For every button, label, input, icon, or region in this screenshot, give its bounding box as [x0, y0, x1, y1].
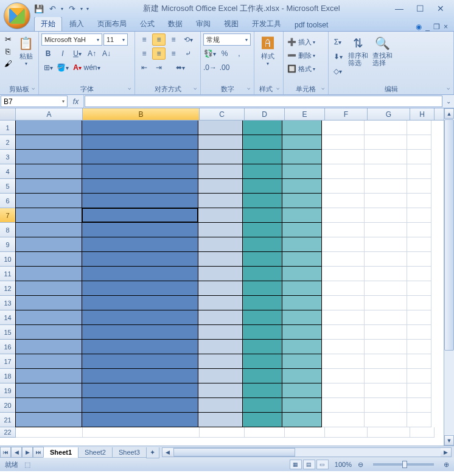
increase-decimal-button[interactable]: .0→: [203, 61, 217, 74]
cell-A20[interactable]: [15, 397, 82, 413]
comma-button[interactable]: ,: [232, 47, 246, 60]
cell-D14[interactable]: [242, 310, 282, 325]
cell-D5[interactable]: [242, 178, 282, 194]
cell-E19[interactable]: [282, 383, 322, 398]
phonetic-button[interactable]: wén▾: [85, 61, 99, 74]
cells-insert-button[interactable]: ➕插入▾: [286, 36, 326, 48]
cell-F19[interactable]: [322, 383, 365, 398]
cells-delete-button[interactable]: ➖删除▾: [286, 49, 326, 61]
cell-F21[interactable]: [322, 413, 365, 427]
align-right-button[interactable]: ≡: [167, 47, 180, 60]
cell-F10[interactable]: [322, 252, 365, 267]
font-color-button[interactable]: A▾: [71, 61, 84, 74]
cell-G16[interactable]: [365, 340, 407, 354]
cell-F2[interactable]: [322, 135, 365, 150]
row-header-22[interactable]: 22: [0, 427, 16, 438]
cell-H21[interactable]: [407, 413, 431, 427]
cell-H17[interactable]: [407, 354, 431, 369]
cell-D11[interactable]: [242, 266, 282, 281]
cell-H2[interactable]: [407, 135, 431, 150]
cell-B19[interactable]: [82, 383, 198, 398]
row-header-9[interactable]: 9: [0, 237, 16, 252]
cell-F13[interactable]: [322, 296, 365, 310]
cell-A13[interactable]: [15, 295, 82, 310]
cell-G21[interactable]: [365, 413, 407, 427]
cell-A17[interactable]: [15, 354, 82, 369]
cell-C8[interactable]: [198, 222, 243, 237]
paste-button[interactable]: 📋 粘贴 ▾: [16, 33, 36, 85]
cell-H8[interactable]: [407, 223, 431, 237]
cell-E7[interactable]: [282, 208, 322, 223]
cell-C18[interactable]: [198, 368, 243, 383]
cell-D3[interactable]: [242, 149, 282, 164]
cell-G9[interactable]: [365, 237, 407, 252]
row-header-17[interactable]: 17: [0, 354, 16, 369]
cell-F15[interactable]: [322, 325, 365, 340]
view-layout-button[interactable]: ▤: [303, 460, 315, 469]
scroll-up-button[interactable]: ▲: [444, 108, 454, 119]
zoom-out-button[interactable]: ⊖: [358, 461, 363, 469]
fx-button[interactable]: fx: [68, 95, 84, 108]
row-header-1[interactable]: 1: [0, 121, 16, 135]
cell-H6[interactable]: [407, 194, 431, 208]
cell-G14[interactable]: [365, 310, 407, 325]
tab-insert[interactable]: 插入: [63, 17, 90, 31]
cell-A12[interactable]: [15, 281, 82, 296]
cell-E20[interactable]: [282, 397, 322, 413]
sheet-nav-next[interactable]: ▶: [22, 447, 33, 458]
row-header-3[interactable]: 3: [0, 150, 16, 164]
cell-F4[interactable]: [322, 164, 365, 179]
cell-B13[interactable]: [82, 295, 198, 310]
cell-H3[interactable]: [407, 150, 431, 164]
row-header-13[interactable]: 13: [0, 296, 16, 310]
cell-C17[interactable]: [198, 354, 243, 369]
sheet-tab-3[interactable]: Sheet3: [112, 447, 147, 458]
cell-E2[interactable]: [282, 135, 322, 150]
tab-formulas[interactable]: 公式: [134, 17, 161, 31]
align-bottom-button[interactable]: ≡: [167, 33, 180, 46]
cell-B8[interactable]: [82, 222, 198, 237]
cell-C1[interactable]: [198, 121, 243, 135]
cell-C2[interactable]: [198, 135, 243, 150]
row-header-11[interactable]: 11: [0, 267, 16, 281]
cell-A15[interactable]: [15, 324, 82, 340]
cell-C12[interactable]: [198, 281, 243, 296]
cell-C11[interactable]: [198, 266, 243, 281]
cell-C5[interactable]: [198, 178, 243, 194]
cell-A8[interactable]: [15, 222, 82, 237]
cell-B11[interactable]: [82, 266, 198, 281]
cell-A5[interactable]: [15, 178, 82, 194]
align-middle-button[interactable]: ≡: [152, 33, 166, 46]
cell-D21[interactable]: [242, 412, 282, 427]
align-center-button[interactable]: ≡: [152, 47, 166, 60]
cell-A11[interactable]: [15, 266, 82, 281]
tab-data[interactable]: 数据: [162, 17, 189, 31]
align-left-button[interactable]: ≡: [138, 47, 151, 60]
col-header-A[interactable]: A: [16, 108, 83, 120]
cell-B1[interactable]: [82, 121, 198, 135]
cell-F1[interactable]: [322, 121, 365, 135]
save-icon[interactable]: 💾: [34, 4, 44, 13]
cell-E21[interactable]: [282, 412, 322, 427]
scroll-down-button[interactable]: ▼: [444, 435, 454, 446]
cell-F14[interactable]: [322, 310, 365, 325]
decrease-indent-button[interactable]: ⇤: [138, 61, 151, 74]
bold-button[interactable]: B: [41, 47, 55, 60]
cell-C15[interactable]: [198, 324, 243, 340]
cell-B15[interactable]: [82, 324, 198, 340]
cell-F6[interactable]: [322, 194, 365, 208]
cell-H15[interactable]: [407, 325, 431, 340]
col-header-C[interactable]: C: [200, 108, 245, 120]
cell-C22[interactable]: [200, 427, 245, 438]
cell-A9[interactable]: [15, 237, 82, 252]
row-header-18[interactable]: 18: [0, 369, 16, 383]
fill-button[interactable]: ⬇▾: [331, 51, 344, 63]
cell-G20[interactable]: [365, 398, 407, 413]
merge-center-button[interactable]: ⬌▾: [167, 61, 194, 74]
tab-home[interactable]: 开始: [34, 16, 62, 31]
format-painter-icon[interactable]: 🖌: [2, 58, 13, 69]
col-header-E[interactable]: E: [285, 108, 325, 120]
cell-B2[interactable]: [82, 135, 198, 150]
cell-G1[interactable]: [365, 121, 407, 135]
cell-F17[interactable]: [322, 354, 365, 369]
